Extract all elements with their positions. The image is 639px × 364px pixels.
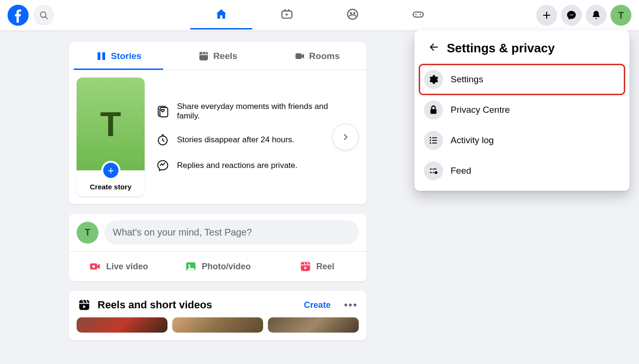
tab-gaming[interactable] (387, 0, 449, 29)
live-video-button[interactable]: Live video (69, 256, 168, 277)
composer-action-label: Live video (106, 262, 148, 272)
composer-placeholder: What's on your mind, Test Page? (113, 227, 252, 237)
composer-top: T What's on your mind, Test Page? (69, 214, 366, 252)
svg-rect-23 (431, 109, 437, 114)
plus-icon: ＋ (101, 161, 120, 180)
content-tab-label: Rooms (309, 51, 340, 61)
reels-card: Reels and short videos Create ••• (69, 291, 366, 340)
reels-title: Reels and short videos (98, 299, 297, 311)
svg-point-10 (415, 14, 416, 15)
top-nav: T (0, 0, 639, 30)
account-button[interactable]: T (610, 5, 631, 26)
reels-header: Reels and short videos Create ••• (69, 291, 366, 317)
avatar-initial: T (618, 10, 624, 21)
clock-icon (156, 133, 169, 147)
notifications-button[interactable] (586, 5, 607, 26)
search-button[interactable] (33, 5, 54, 26)
create-reel-link[interactable]: Create (304, 300, 331, 310)
reel-button[interactable]: Reel (267, 256, 366, 277)
avatar-initial: T (85, 227, 90, 238)
groups-icon (346, 8, 359, 21)
video-icon (280, 8, 294, 21)
content-tab-reels[interactable]: Reels (168, 42, 267, 69)
back-button[interactable] (429, 42, 438, 55)
bell-icon (591, 10, 601, 20)
stories-icon (96, 50, 107, 62)
composer-action-label: Reel (316, 262, 334, 272)
dropdown-item-activity[interactable]: Activity log (419, 125, 625, 156)
story-info-text: Stories disappear after 24 hours. (177, 135, 295, 145)
svg-rect-29 (432, 143, 437, 144)
tab-groups[interactable] (322, 0, 383, 29)
dropdown-item-feed[interactable]: Feed (419, 156, 625, 186)
svg-rect-34 (433, 172, 434, 173)
main-column: Stories Reels Rooms T ＋ Create story (69, 0, 366, 340)
svg-point-8 (353, 12, 355, 14)
svg-point-20 (188, 265, 190, 266)
dropdown-item-label: Privacy Centre (451, 105, 510, 115)
svg-point-30 (430, 168, 432, 170)
reels-menu-button[interactable]: ••• (344, 299, 358, 311)
dropdown-item-settings[interactable]: Settings (419, 64, 625, 95)
messenger-button[interactable] (561, 5, 582, 26)
settings-privacy-dropdown: Settings & privacy Settings Privacy Cent… (414, 30, 629, 191)
svg-line-2 (45, 17, 47, 19)
content-tab-label: Reels (213, 51, 237, 61)
create-story-tile[interactable]: T ＋ Create story (77, 78, 145, 197)
svg-point-11 (420, 14, 421, 15)
svg-point-26 (430, 142, 431, 144)
reels-thumbs (69, 317, 366, 340)
plus-icon (542, 10, 551, 20)
reel-icon (299, 260, 312, 273)
svg-rect-9 (413, 12, 423, 17)
svg-rect-31 (433, 168, 436, 169)
stories-next-button[interactable] (332, 124, 359, 150)
svg-point-7 (350, 12, 352, 14)
composer-avatar[interactable]: T (77, 222, 98, 244)
content-tab-label: Stories (111, 51, 141, 61)
reel-thumbnail[interactable] (77, 317, 167, 333)
stories-card: Stories Reels Rooms T ＋ Create story (69, 42, 366, 204)
reels-icon (198, 50, 209, 62)
search-icon (39, 10, 49, 20)
content-tab-rooms[interactable]: Rooms (267, 42, 366, 69)
rooms-icon (294, 50, 305, 62)
gaming-icon (412, 8, 425, 21)
tab-video[interactable] (256, 0, 318, 29)
story-info-text: Replies and reactions are private. (177, 161, 297, 170)
content-tabs: Stories Reels Rooms (69, 42, 366, 70)
create-button[interactable] (536, 5, 557, 26)
facebook-logo[interactable] (8, 5, 29, 26)
feed-icon (424, 161, 443, 180)
chevron-right-icon (341, 133, 350, 141)
arrow-left-icon (429, 42, 439, 52)
dropdown-item-label: Settings (451, 74, 483, 85)
composer-action-label: Photo/video (202, 262, 251, 272)
dropdown-item-label: Activity log (451, 135, 494, 146)
composer-input[interactable]: What's on your mind, Test Page? (104, 220, 359, 245)
svg-rect-15 (160, 108, 167, 117)
svg-point-24 (430, 137, 431, 138)
messenger-outline-icon (156, 159, 169, 172)
svg-rect-27 (432, 138, 437, 138)
story-info-row: Stories disappear after 24 hours. (156, 133, 330, 147)
tab-home[interactable] (190, 0, 252, 29)
dropdown-title: Settings & privacy (447, 41, 555, 56)
story-info: Share everyday moments with friends and … (156, 102, 359, 172)
reel-thumbnail[interactable] (172, 317, 263, 333)
heart-card-icon (156, 105, 169, 118)
reel-thumbnail[interactable] (268, 317, 359, 333)
content-tab-stories[interactable]: Stories (69, 42, 168, 69)
lock-icon (424, 100, 443, 119)
svg-point-18 (92, 265, 95, 267)
composer-card: T What's on your mind, Test Page? Live v… (69, 214, 366, 281)
dropdown-item-privacy[interactable]: Privacy Centre (419, 95, 625, 125)
live-video-icon (89, 260, 101, 273)
right-icons: T (536, 5, 631, 26)
photo-video-button[interactable]: Photo/video (168, 256, 267, 277)
dropdown-item-label: Feed (451, 166, 471, 176)
gear-icon (424, 70, 443, 89)
story-info-text: Share everyday moments with friends and … (177, 102, 330, 121)
svg-rect-28 (432, 140, 437, 141)
dropdown-header: Settings & privacy (419, 35, 625, 64)
